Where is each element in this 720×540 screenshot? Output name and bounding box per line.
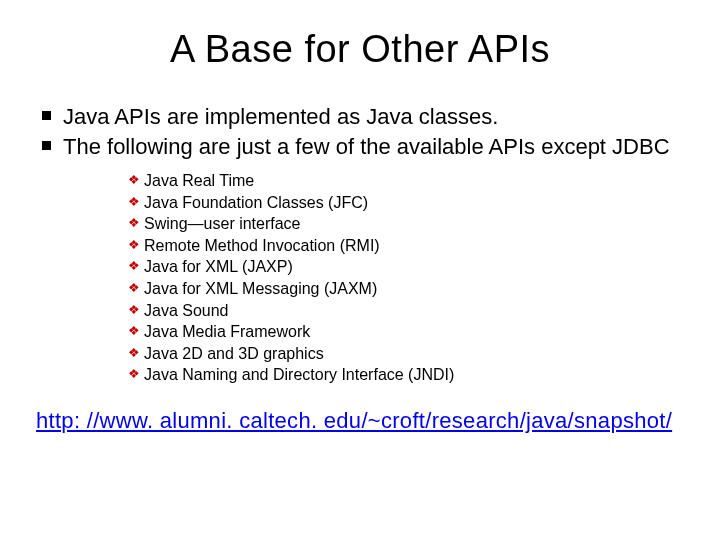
list-item-text: Remote Method Invocation (RMI)	[144, 235, 380, 257]
list-item: ❖Java for XML (JAXP)	[128, 256, 684, 278]
list-item: ❖Remote Method Invocation (RMI)	[128, 235, 684, 257]
diamond-bullet-icon: ❖	[128, 257, 140, 275]
bullet-list-level1: Java APIs are implemented as Java classe…	[42, 103, 684, 160]
list-item-text: Java Media Framework	[144, 321, 310, 343]
list-item-text: Java Sound	[144, 300, 229, 322]
list-item: ❖Swing—user interface	[128, 213, 684, 235]
diamond-bullet-icon: ❖	[128, 344, 140, 362]
diamond-bullet-icon: ❖	[128, 279, 140, 297]
list-item: The following are just a few of the avai…	[42, 133, 684, 161]
list-item-text: Java 2D and 3D graphics	[144, 343, 324, 365]
list-item-text: Java Real Time	[144, 170, 254, 192]
diamond-bullet-icon: ❖	[128, 365, 140, 383]
slide-title: A Base for Other APIs	[36, 28, 684, 71]
list-item: ❖Java Media Framework	[128, 321, 684, 343]
list-item-text: Java for XML Messaging (JAXM)	[144, 278, 377, 300]
list-item: ❖Java for XML Messaging (JAXM)	[128, 278, 684, 300]
bullet-list-level2: ❖Java Real Time ❖Java Foundation Classes…	[128, 170, 684, 386]
list-item: ❖Java Foundation Classes (JFC)	[128, 192, 684, 214]
reference-link[interactable]: http: //www. alumni. caltech. edu/~croft…	[36, 408, 684, 434]
square-bullet-icon	[42, 111, 51, 120]
list-item-text: The following are just a few of the avai…	[63, 133, 684, 161]
list-item-text: Swing—user interface	[144, 213, 301, 235]
list-item: ❖Java Sound	[128, 300, 684, 322]
diamond-bullet-icon: ❖	[128, 236, 140, 254]
diamond-bullet-icon: ❖	[128, 171, 140, 189]
list-item-text: Java Naming and Directory Interface (JND…	[144, 364, 454, 386]
list-item-text: Java APIs are implemented as Java classe…	[63, 103, 684, 131]
diamond-bullet-icon: ❖	[128, 301, 140, 319]
diamond-bullet-icon: ❖	[128, 193, 140, 211]
slide: A Base for Other APIs Java APIs are impl…	[0, 0, 720, 540]
diamond-bullet-icon: ❖	[128, 322, 140, 340]
list-item: Java APIs are implemented as Java classe…	[42, 103, 684, 131]
list-item: ❖Java Real Time	[128, 170, 684, 192]
diamond-bullet-icon: ❖	[128, 214, 140, 232]
square-bullet-icon	[42, 141, 51, 150]
list-item: ❖Java 2D and 3D graphics	[128, 343, 684, 365]
list-item: ❖Java Naming and Directory Interface (JN…	[128, 364, 684, 386]
list-item-text: Java for XML (JAXP)	[144, 256, 293, 278]
list-item-text: Java Foundation Classes (JFC)	[144, 192, 368, 214]
